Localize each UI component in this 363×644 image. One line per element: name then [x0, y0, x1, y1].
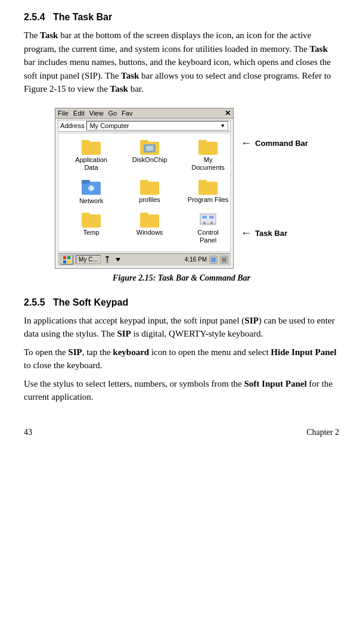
section-255-container: 2.5.5 The Soft Keypad In applications th…	[24, 297, 339, 404]
file-label-appdata: ApplicationData	[75, 156, 107, 172]
svg-rect-9	[82, 180, 90, 183]
svg-rect-16	[198, 180, 207, 183]
file-item-programfiles[interactable]: Program Files	[181, 178, 235, 206]
menu-fav[interactable]: Fav	[122, 110, 132, 117]
task-bar-arrow: ←	[241, 227, 252, 239]
svg-point-34	[106, 261, 108, 263]
svg-rect-15	[198, 182, 218, 195]
svg-point-23	[203, 222, 206, 224]
taskbar-icon2[interactable]	[220, 256, 228, 264]
taskbar: My C... 4:16 PM	[58, 253, 231, 266]
file-label-programfiles: Program Files	[188, 196, 228, 203]
svg-rect-19	[140, 214, 159, 228]
svg-rect-28	[67, 256, 70, 259]
svg-point-24	[210, 222, 213, 224]
figure-inner: File Edit View Go Fav ✕ Address My Compu…	[55, 108, 308, 269]
folder-icon-appdata	[82, 138, 101, 155]
svg-rect-5	[146, 146, 153, 151]
address-label: Address	[60, 122, 84, 129]
svg-rect-1	[82, 140, 90, 144]
command-bar-label: Command Bar	[255, 139, 308, 148]
address-dropdown-arrow[interactable]: ▼	[220, 123, 225, 129]
body-paragraph-1: The Task bar at the bottom of the screen…	[24, 29, 339, 96]
body-paragraph-255-3: Use the stylus to select letters, number…	[24, 377, 339, 404]
svg-rect-17	[82, 214, 101, 228]
svg-rect-18	[82, 213, 90, 216]
folder-icon-network	[82, 178, 101, 195]
taskbar-mycomputer-label: My C...	[79, 256, 98, 263]
file-grid: ApplicationData DiskOnChip	[58, 133, 231, 252]
folder-icon-temp	[82, 211, 101, 228]
svg-rect-6	[198, 142, 218, 155]
svg-rect-20	[140, 213, 148, 216]
svg-rect-37	[211, 257, 216, 262]
body-paragraph-255-1: In applications that accept keypad input…	[24, 314, 339, 341]
folder-icon-profiles	[140, 178, 159, 195]
svg-rect-13	[140, 182, 159, 195]
file-label-network-text: Network	[79, 197, 103, 204]
taskbar-icon1[interactable]	[209, 256, 218, 264]
taskbar-arrow-icon[interactable]	[114, 256, 122, 264]
file-label-profiles: profiles	[139, 196, 160, 203]
file-item-profiles[interactable]: profiles	[123, 178, 176, 206]
file-item-mydocs[interactable]: MyDocuments	[181, 138, 235, 173]
file-item-diskonchip[interactable]: DiskOnChip	[123, 138, 176, 173]
close-button[interactable]: ✕	[225, 109, 231, 117]
file-item-controlpanel[interactable]: ControlPanel	[181, 211, 235, 246]
svg-marker-35	[116, 258, 120, 262]
windows-flag-icon	[63, 256, 70, 263]
taskbar-keyboard-icon[interactable]	[103, 256, 111, 264]
task-bar-label: Task Bar	[255, 229, 287, 238]
menu-edit[interactable]: Edit	[73, 110, 85, 117]
file-item-network[interactable]: Network	[64, 178, 118, 206]
address-value: My Computer	[89, 122, 129, 129]
page-number: 43	[24, 428, 32, 437]
window-frame: File Edit View Go Fav ✕ Address My Compu…	[55, 108, 234, 269]
svg-rect-25	[202, 216, 207, 219]
file-label-temp: Temp	[83, 229, 100, 236]
folder-icon-diskonchip	[140, 138, 159, 155]
taskbar-time: 4:16 PM	[185, 256, 207, 263]
taskbar-mycomputer[interactable]: My C...	[76, 255, 101, 264]
command-bar-arrow: ←	[241, 137, 252, 150]
page-footer: 43 Chapter 2	[24, 428, 339, 437]
file-label-controlpanel: ControlPanel	[197, 229, 218, 244]
svg-rect-7	[198, 140, 207, 144]
section-title-254: 2.5.4 The Task Bar	[24, 12, 339, 23]
command-bar-annotation: ← Command Bar	[241, 137, 308, 150]
section-title-255: 2.5.5 The Soft Keypad	[24, 297, 339, 308]
svg-rect-29	[63, 260, 66, 263]
file-label-windows: Windows	[136, 229, 163, 236]
svg-rect-27	[63, 256, 66, 259]
file-label-diskonchip: DiskOnChip	[132, 156, 167, 163]
task-bar-annotation: ← Task Bar	[241, 227, 308, 239]
svg-rect-0	[82, 142, 101, 155]
svg-rect-30	[67, 260, 70, 263]
folder-icon-windows	[140, 211, 159, 228]
chapter-label: Chapter 2	[306, 428, 339, 437]
control-panel-icon	[198, 211, 218, 228]
figure-caption: Figure 2.15: Task Bar & Command Bar	[113, 273, 250, 283]
menu-bar: File Edit View Go Fav ✕	[55, 108, 233, 119]
annotations: ← Command Bar ← Task Bar	[241, 137, 308, 239]
file-item-windows[interactable]: Windows	[123, 211, 176, 246]
file-label-mydocs: MyDocuments	[191, 156, 225, 172]
start-button[interactable]	[60, 255, 73, 265]
file-item-appdata[interactable]: ApplicationData	[64, 138, 118, 173]
menu-view[interactable]: View	[89, 110, 104, 117]
figure-215: File Edit View Go Fav ✕ Address My Compu…	[24, 108, 339, 283]
svg-rect-14	[140, 180, 148, 183]
folder-icon-programfiles	[198, 178, 218, 195]
body-paragraph-255-2: To open the SIP, tap the keyboard icon t…	[24, 346, 339, 372]
menu-go[interactable]: Go	[108, 110, 117, 117]
svg-rect-39	[222, 257, 227, 262]
file-item-temp[interactable]: Temp	[64, 211, 118, 246]
menu-file[interactable]: File	[58, 110, 69, 117]
svg-rect-26	[209, 216, 214, 219]
folder-icon-mydocs	[198, 138, 218, 155]
svg-rect-3	[140, 140, 148, 144]
